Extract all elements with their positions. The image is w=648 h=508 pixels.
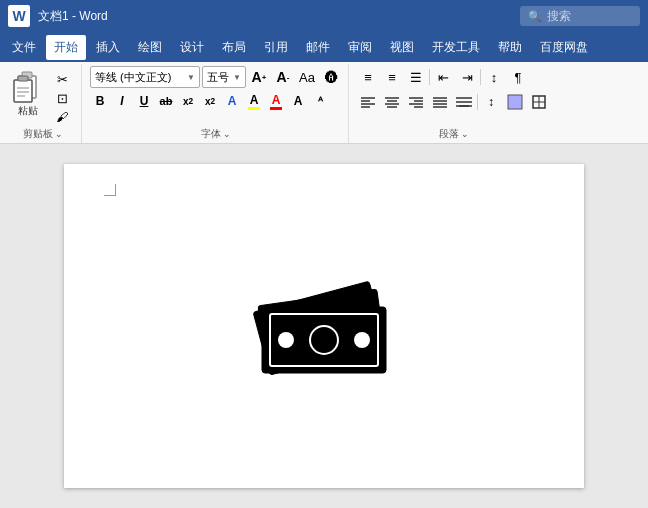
numbering-button[interactable]: ≡ [381, 66, 403, 88]
paragraph-group: ≡ ≡ ☰ ⇤ ⇥ ↕ ¶ [351, 64, 556, 143]
menu-item-file[interactable]: 文件 [4, 35, 44, 60]
font-shrink-button[interactable]: A- [272, 66, 294, 88]
clipboard-group: 粘贴 ✂ ⊡ 🖌 剪贴板 ⌄ [4, 64, 82, 143]
italic-button[interactable]: I [112, 91, 132, 111]
paste-button[interactable]: 粘贴 [8, 66, 48, 120]
clear-format-button[interactable]: 🅐 [320, 66, 342, 88]
menu-item-draw[interactable]: 绘图 [130, 35, 170, 60]
text-color-button[interactable]: A [266, 91, 286, 111]
distributed-button[interactable] [453, 91, 475, 113]
distributed-icon [455, 95, 473, 109]
font-label-row: 字体 ⌄ [84, 127, 348, 141]
strikethrough-button[interactable]: ab [156, 91, 176, 111]
copy-button[interactable]: ⊡ [51, 89, 73, 107]
menu-item-design[interactable]: 设计 [172, 35, 212, 60]
svg-rect-27 [508, 95, 522, 109]
font-name-text: 等线 (中文正文) [95, 70, 171, 85]
align-left-button[interactable] [357, 91, 379, 113]
justify-icon [432, 95, 448, 109]
svg-point-37 [315, 331, 333, 349]
menu-item-insert[interactable]: 插入 [88, 35, 128, 60]
word-icon: W [8, 5, 30, 27]
clipboard-expand-icon[interactable]: ⌄ [55, 129, 63, 139]
svg-rect-3 [18, 76, 28, 81]
size-selector[interactable]: 五号 ▼ [202, 66, 246, 88]
paste-label: 粘贴 [18, 104, 38, 118]
menu-bar: 文件 开始 插入 绘图 设计 布局 引用 邮件 审阅 视图 开发工具 帮助 百度… [0, 32, 648, 62]
money-icon-illustration [244, 265, 404, 388]
align-center-button[interactable] [381, 91, 403, 113]
bold-button[interactable]: B [90, 91, 110, 111]
svg-point-38 [354, 332, 370, 348]
font-color-button[interactable]: A [222, 91, 242, 111]
title-left: W 文档1 - Word [8, 5, 108, 27]
search-box[interactable]: 🔍 [520, 6, 640, 26]
bullets-button[interactable]: ≡ [357, 66, 379, 88]
justify-button[interactable] [429, 91, 451, 113]
font-group: 等线 (中文正文) ▼ 五号 ▼ A+ A- Aa 🅐 B I U ab x2 … [84, 64, 349, 143]
superscript-button[interactable]: x2 [200, 91, 220, 111]
font-selector[interactable]: 等线 (中文正文) ▼ [90, 66, 200, 88]
title-bar: W 文档1 - Word 🔍 [0, 0, 648, 32]
format-painter-button[interactable]: 🖌 [51, 108, 73, 126]
highlight-button[interactable]: A [244, 91, 264, 111]
menu-item-view[interactable]: 视图 [382, 35, 422, 60]
font-size-text: 五号 [207, 70, 229, 85]
borders-icon [531, 94, 547, 110]
menu-item-mailing[interactable]: 邮件 [298, 35, 338, 60]
cut-button[interactable]: ✂ [51, 70, 73, 88]
menu-item-home[interactable]: 开始 [46, 35, 86, 60]
underline-button[interactable]: U [134, 91, 154, 111]
search-input[interactable] [547, 9, 627, 23]
menu-item-baidu[interactable]: 百度网盘 [532, 35, 596, 60]
font-expand-icon[interactable]: ⌄ [223, 129, 231, 139]
menu-item-developer[interactable]: 开发工具 [424, 35, 488, 60]
search-icon: 🔍 [528, 10, 542, 23]
font-dropdown-arrow: ▼ [187, 73, 195, 82]
ribbon: 粘贴 ✂ ⊡ 🖌 剪贴板 ⌄ 等线 (中文正文) ▼ 五号 ▼ A+ [0, 62, 648, 144]
font-grow-button[interactable]: A+ [248, 66, 270, 88]
clipboard-label: 剪贴板 [23, 127, 53, 141]
size-dropdown-arrow: ▼ [233, 73, 241, 82]
clear-all-button[interactable]: A [288, 91, 308, 111]
align-right-button[interactable] [405, 91, 427, 113]
align-left-icon [360, 95, 376, 109]
outline-button[interactable]: ☰ [405, 66, 427, 88]
phonetic-button[interactable]: ᴬ [310, 91, 330, 111]
align-center-icon [384, 95, 400, 109]
subscript-button[interactable]: x2 [178, 91, 198, 111]
show-marks-button[interactable]: ¶ [507, 66, 529, 88]
decrease-indent-button[interactable]: ⇤ [432, 66, 454, 88]
borders-button[interactable] [528, 91, 550, 113]
line-spacing-button[interactable]: ↕ [480, 91, 502, 113]
svg-point-35 [278, 332, 294, 348]
document-area [0, 144, 648, 508]
app-title: 文档1 - Word [38, 8, 108, 25]
shading-icon [507, 94, 523, 110]
clipboard-label-row: 剪贴板 ⌄ [4, 127, 81, 141]
svg-rect-2 [14, 80, 32, 102]
paragraph-expand-icon[interactable]: ⌄ [461, 129, 469, 139]
font-group-label: 字体 [201, 127, 221, 141]
align-right-icon [408, 95, 424, 109]
increase-indent-button[interactable]: ⇥ [456, 66, 478, 88]
sort-button[interactable]: ↕ [483, 66, 505, 88]
paragraph-group-label: 段落 [439, 127, 459, 141]
menu-item-help[interactable]: 帮助 [490, 35, 530, 60]
cursor-marker [104, 184, 116, 196]
change-case-button[interactable]: Aa [296, 66, 318, 88]
menu-item-references[interactable]: 引用 [256, 35, 296, 60]
document-page[interactable] [64, 164, 584, 488]
paste-icon [12, 68, 44, 104]
paragraph-label-row: 段落 ⌄ [351, 127, 556, 141]
menu-item-layout[interactable]: 布局 [214, 35, 254, 60]
shading-button[interactable] [504, 91, 526, 113]
menu-item-review[interactable]: 审阅 [340, 35, 380, 60]
